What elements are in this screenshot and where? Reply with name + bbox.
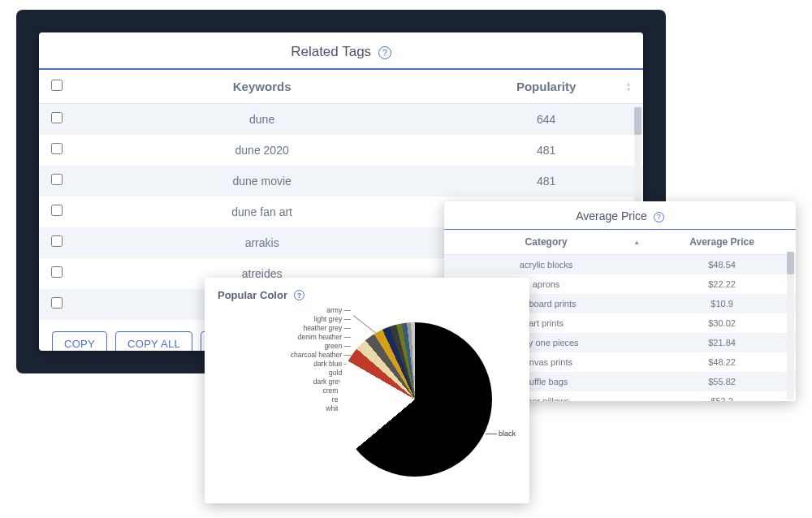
pie-chart: army —light grey —heather grey —denim he… <box>218 301 516 488</box>
row-checkbox-cell <box>39 289 75 320</box>
table-row: dune644 <box>39 104 643 135</box>
average-price-title: Average Price ? <box>444 201 796 230</box>
price-cell: $52.2 <box>648 391 796 402</box>
keyword-cell: dune movie <box>75 166 449 196</box>
row-checkbox-cell <box>39 196 75 227</box>
pie-label: light grey — <box>281 315 351 324</box>
row-checkbox[interactable] <box>51 266 63 278</box>
pie-slices <box>338 322 492 477</box>
pie-label: army — <box>281 306 351 315</box>
pie-label: charcoal heather — <box>281 351 351 360</box>
price-cell: $21.84 <box>648 333 796 352</box>
related-tags-title: Related Tags ? <box>39 32 643 70</box>
help-icon[interactable]: ? <box>378 46 391 59</box>
title-text: Related Tags <box>291 44 371 59</box>
pie-label-black: black <box>499 430 516 438</box>
price-cell: $48.54 <box>648 255 796 274</box>
help-icon[interactable]: ? <box>294 290 304 300</box>
table-row: dune 2020481 <box>39 135 643 166</box>
keyword-cell: arrakis <box>75 227 449 258</box>
keyword-cell: dune 2020 <box>75 135 449 166</box>
column-checkbox <box>39 70 75 104</box>
pie-label: gold — <box>281 369 351 378</box>
popular-color-title: Popular Color ? <box>218 289 516 301</box>
price-cell: $55.82 <box>648 372 796 391</box>
column-category[interactable]: Category ▲ <box>444 230 648 255</box>
table-row: acrylic blocks$48.54 <box>444 255 796 274</box>
row-checkbox[interactable] <box>51 235 63 247</box>
row-checkbox-cell <box>39 135 75 166</box>
title-text: Average Price <box>576 209 647 222</box>
pie-label: denim heather — <box>281 333 351 342</box>
popularity-cell: 481 <box>449 166 643 196</box>
title-text: Popular Color <box>218 289 287 301</box>
row-checkbox[interactable] <box>51 297 63 309</box>
column-keywords[interactable]: Keywords <box>75 70 449 104</box>
price-cell: $22.22 <box>648 274 796 294</box>
keyword-cell: dune fan art <box>75 196 449 227</box>
select-all-checkbox[interactable] <box>51 80 63 91</box>
row-checkbox-cell <box>39 227 75 258</box>
category-label: Category <box>525 236 568 248</box>
row-checkbox-cell <box>39 166 75 196</box>
keyword-cell: dune <box>75 104 449 135</box>
pie-label: green — <box>281 342 351 351</box>
scroll-thumb[interactable] <box>634 107 641 135</box>
sort-asc-icon[interactable]: ▲ <box>633 239 640 246</box>
sort-icon[interactable]: ▲▼ <box>625 81 632 93</box>
row-checkbox-cell <box>39 104 75 135</box>
pie-label: heather grey — <box>281 324 351 333</box>
scroll-thumb[interactable] <box>787 252 794 274</box>
scrollbar[interactable] <box>787 252 794 399</box>
table-row: dune movie481 <box>39 166 643 196</box>
popularity-cell: 481 <box>449 135 643 166</box>
row-checkbox[interactable] <box>51 112 63 123</box>
category-cell: acrylic blocks <box>444 255 648 274</box>
price-cell: $48.22 <box>648 352 796 372</box>
row-checkbox[interactable] <box>51 143 63 154</box>
help-icon[interactable]: ? <box>654 212 664 222</box>
price-cell: $30.02 <box>648 313 796 333</box>
row-checkbox[interactable] <box>51 174 63 185</box>
popularity-label: Popularity <box>516 80 576 93</box>
column-price[interactable]: Average Price <box>648 230 796 255</box>
copy-button[interactable]: COPY <box>52 331 107 352</box>
popularity-cell: 644 <box>449 104 643 135</box>
price-cell: $10.9 <box>648 294 796 313</box>
row-checkbox-cell <box>39 258 75 289</box>
copy-all-button[interactable]: COPY ALL <box>115 331 192 352</box>
popular-color-panel: Popular Color ? army —light grey —heathe… <box>205 278 529 503</box>
pie-label: dark blue — <box>281 360 351 369</box>
column-popularity[interactable]: Popularity ▲▼ <box>449 70 643 104</box>
row-checkbox[interactable] <box>51 205 63 216</box>
